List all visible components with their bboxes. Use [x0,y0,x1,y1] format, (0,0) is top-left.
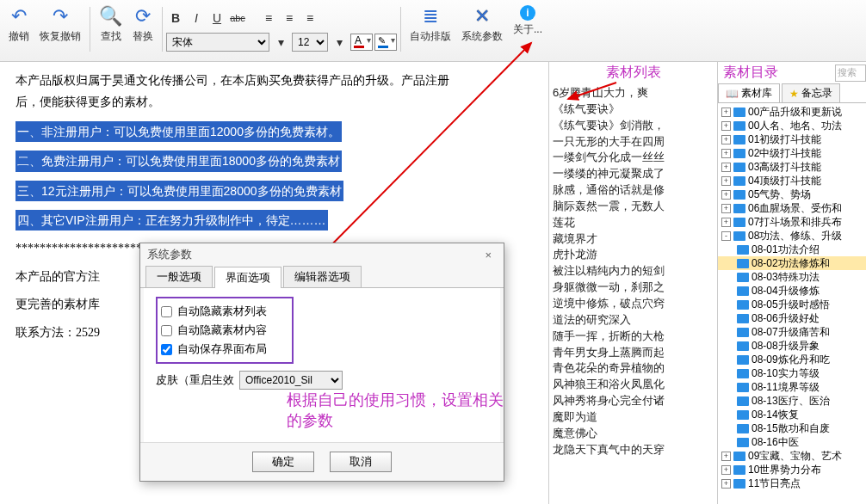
tree-node[interactable]: +01初级打斗技能 [718,132,866,146]
material-list[interactable]: 6岁腾青山大力，爽《练气要诀》《练气要诀》剑消散，一只无形的大手在四周一缕剑气分… [549,83,717,504]
font-dropdown-icon[interactable]: ▾ [271,33,290,52]
list-item[interactable]: 脑际轰然一震，无数人 [553,199,714,215]
tree-node[interactable]: 08-08升级异象 [718,339,866,353]
dialog-titlebar[interactable]: 系统参数 × [140,243,504,266]
tree-node[interactable]: 08-10实力等级 [718,366,866,380]
list-item[interactable]: 莲花 [553,215,714,231]
list-item[interactable]: 身躯微微一动，刹那之 [553,280,714,296]
undo-button[interactable]: ↶撤销 [3,3,34,46]
tree-twisty-icon[interactable]: - [721,231,731,241]
tree-node[interactable]: +00人名、地名、功法 [718,119,866,132]
list-item[interactable]: 一缕剑气分化成一丝丝 [553,150,714,166]
tree-twisty-icon[interactable]: + [721,479,731,489]
tree-twisty-icon[interactable]: + [721,108,731,117]
list-item[interactable]: 青年男女身上蒸腾而起 [553,345,714,361]
tree-node[interactable]: +11节日亮点 [718,476,866,490]
tree-twisty-icon[interactable]: + [721,190,731,200]
tree-node[interactable]: 08-04升级修炼 [718,284,866,298]
tree-node[interactable]: +07打斗场景和排兵布 [718,215,866,229]
tree-node[interactable]: +10世界势力分布 [718,463,866,476]
tree-node[interactable]: 08-09炼化丹和吃 [718,353,866,366]
list-item[interactable]: 虎扑龙游 [553,247,714,263]
tab-memo[interactable]: ★备忘录 [782,83,840,102]
list-item[interactable]: 风神狼王和浴火凤凰化 [553,377,714,393]
about-button[interactable]: i关于... [508,3,547,39]
list-item[interactable]: 道法的研究深入 [553,312,714,329]
tree-node[interactable]: 08-14恢复 [718,408,866,421]
list-item[interactable]: 一缕缕的神元凝聚成了 [553,166,714,182]
tab-ui[interactable]: 界面选项 [214,267,281,288]
tree-twisty-icon[interactable]: + [721,149,731,158]
tree-twisty-icon[interactable]: + [721,135,731,144]
underline-button[interactable]: U [207,9,226,28]
auto-layout-button[interactable]: ≣自动排版 [405,3,456,46]
tree-twisty-icon[interactable]: + [721,465,731,475]
list-item[interactable]: 魔即为道 [553,409,714,426]
list-item[interactable]: 风神秀将身心完全付诸 [553,393,714,409]
list-item[interactable]: 《练气要诀》剑消散， [553,118,714,134]
align-right-button[interactable]: ≡ [300,9,319,28]
list-item[interactable]: 龙隐天下真气中的天穿 [553,442,714,458]
font-name-combo[interactable]: 宋体 [166,33,269,52]
list-item[interactable]: 魔意佛心 [553,426,714,442]
tab-material-lib[interactable]: 📖素材库 [718,83,780,102]
find-button[interactable]: 🔍查找 [94,3,127,46]
list-item[interactable]: 随手一挥，折断的大枪 [553,329,714,345]
search-input[interactable]: 搜索 [835,65,866,82]
size-dropdown-icon[interactable]: ▾ [330,33,349,52]
tree-node[interactable]: +06血腥场景、受伤和 [718,201,866,215]
material-tree[interactable]: +00产品升级和更新说+00人名、地名、功法+01初级打斗技能+02中级打斗技能… [718,103,866,504]
align-left-button[interactable]: ≡ [259,9,278,28]
system-params-button[interactable]: ✕系统参数 [456,3,508,46]
list-item[interactable]: 被注以精纯内力的短剑 [553,263,714,280]
tree-node[interactable]: +09宝藏、宝物、艺术 [718,449,866,463]
tree-node[interactable]: 08-16中医 [718,435,866,449]
close-icon[interactable]: × [479,249,497,261]
tree-twisty-icon[interactable]: + [721,452,731,461]
list-item[interactable]: 藏境界才 [553,231,714,248]
tree-twisty-icon[interactable]: + [721,121,731,131]
list-item[interactable]: 一只无形的大手在四周 [553,134,714,151]
tree-twisty-icon[interactable]: + [721,176,731,186]
align-center-button[interactable]: ≡ [280,9,299,28]
list-item[interactable]: 青色花朵的奇异植物的 [553,360,714,377]
tree-node[interactable]: +02中级打斗技能 [718,146,866,160]
tree-twisty-icon[interactable]: + [721,204,731,213]
bold-button[interactable]: B [166,9,185,28]
chk-autohide-list[interactable] [161,306,172,317]
ok-button[interactable]: 确定 [252,452,314,472]
tree-node[interactable]: +04顶级打斗技能 [718,174,866,187]
chk-autohide-content[interactable] [161,325,172,336]
tree-node[interactable]: +03高级打斗技能 [718,160,866,174]
replace-button[interactable]: ⟳替换 [127,3,158,46]
tree-node[interactable]: -08功法、修练、升级 [718,229,866,243]
tree-node[interactable]: 08-01功法介绍 [718,243,866,256]
tree-node[interactable]: 08-03特殊功法 [718,270,866,284]
tree-node[interactable]: 08-11境界等级 [718,380,866,394]
tab-general[interactable]: 一般选项 [145,266,213,287]
tree-twisty-icon[interactable]: + [721,218,731,227]
list-item[interactable]: 6岁腾青山大力，爽 [553,85,714,101]
list-item[interactable]: 脉感，通俗的话就是修 [553,182,714,199]
skin-combo[interactable]: Office2010_Sil [239,371,343,390]
list-item[interactable]: 逆境中修炼，破点穴窍 [553,296,714,312]
strike-button[interactable]: abc [228,9,247,28]
cancel-button[interactable]: 取消 [330,452,392,472]
redo-button[interactable]: ↷恢复撤销 [34,3,86,46]
tree-twisty-icon[interactable]: + [721,163,731,172]
font-size-combo[interactable]: 12 [292,33,328,52]
tree-node[interactable]: +00产品升级和更新说 [718,105,866,119]
highlight-color-button[interactable]: ✎ [374,34,397,51]
list-item[interactable]: 《练气要诀》 [553,101,714,118]
italic-button[interactable]: I [187,9,206,28]
tab-editor[interactable]: 编辑器选项 [283,266,362,287]
tree-node[interactable]: 08-13医疗、医治 [718,394,866,408]
tree-node[interactable]: 08-02功法修炼和 [718,256,866,270]
font-color-button[interactable]: A [350,34,373,51]
tree-node[interactable]: 08-05升级时感悟 [718,298,866,311]
tree-node[interactable]: 08-06升级好处 [718,311,866,325]
tree-node[interactable]: +05气势、势场 [718,187,866,201]
tree-node[interactable]: 08-15散功和自废 [718,421,866,435]
chk-autosave-layout[interactable] [161,344,172,355]
tree-node[interactable]: 08-07升级痛苦和 [718,325,866,339]
